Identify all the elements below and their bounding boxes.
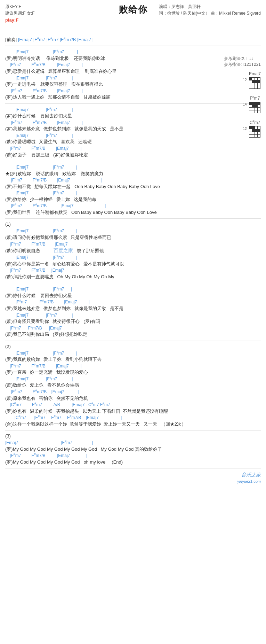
chord-line: |Emaj7 |F#m7 | bbox=[5, 107, 261, 113]
lyric-line: (罗)我越来越介意 做梦也梦到妳 就像是我的天敌 是不是 bbox=[5, 305, 261, 312]
chord-line: |F#m7 F#m7/B |Emaj7 | bbox=[5, 325, 261, 331]
section-2: |Emaj7 |F#m7 | (罗)妳什么时候 要回去妳们火星 |F#m7 F#… bbox=[5, 107, 261, 158]
lyric-line: ★(罗)败给妳 说话的眼睛 败给妳 微笑的魔力 bbox=[5, 170, 261, 177]
lyric-line: (罗)妳什么时候 要回去妳们火星 bbox=[5, 292, 261, 299]
prelude-label: [前奏] bbox=[5, 37, 17, 42]
chord-line: |Emaj7 |F#m7 | bbox=[5, 228, 261, 234]
lyric-line: (罗)My God My God My God My God oh my lov… bbox=[5, 459, 261, 466]
chord-line: |Emaj7 |F#m7 | bbox=[5, 312, 261, 318]
chord-line: |F#m7 F#m7/B |Emaj7 | bbox=[5, 267, 261, 273]
lyric-line: (萧)你爱嗯嗯啦 又爱生气 喜欢我 还嘴硬 bbox=[5, 138, 261, 145]
chord-cshm7-diagram: C#m7 12 bbox=[249, 119, 261, 139]
chord-line: |F#m7 F#m7/B |Emaj7 | bbox=[5, 88, 261, 94]
chord-line: |F#m7 F#m7/B |Emaj7 | bbox=[5, 299, 261, 305]
lyric-line: (罗)败给妳 少一根神经 爱上妳 这是我的命 bbox=[5, 196, 261, 203]
chord-line: |C#m7 F#m7 A/B |Emaj7 - C#m7 F#m7 bbox=[5, 402, 261, 408]
lyric-line: (罗)达人我一遇上妳 却那么情不自禁 甘愿被妳蹂躏 bbox=[5, 94, 261, 101]
chord-emaj7-diagram: Emaj7 12 bbox=[249, 71, 261, 90]
chord-line: |Emaj7 |F#m7 | bbox=[5, 350, 261, 356]
chord-line: |Emaj7 |F#m7 | bbox=[5, 132, 261, 139]
chord-line: |Emaj7 |F#m7 | bbox=[5, 286, 261, 292]
lyric-line: (萧)好面子 要加三级 (罗)好像被妳吃定 bbox=[5, 152, 261, 158]
suggested-key: 建议男调:F 女:F bbox=[5, 10, 35, 17]
lyrics-credit: 词：徐世珍 / 陈天佑(中文） 曲：Mikkel Remee Sigvard bbox=[159, 10, 261, 17]
lyric-line: (萧)请问你何必把我抓得那么紧 只是穿得性感些而已 bbox=[5, 234, 261, 241]
lyric-line: (罗)我越来越介意 做梦也梦到妳 就像是我的天敌 是不是 bbox=[5, 125, 261, 132]
lyric-line: (罗)我们世界 连斗嘴都有默契 Ooh Baby Baby Ooh Baby B… bbox=[5, 209, 261, 216]
lyric-line: (罗)妳什么时候 要回去妳们火星 bbox=[5, 112, 261, 119]
lyric-line: (罗)我真的败给妳 爱上了妳 看到小狗就蹲下去 bbox=[5, 356, 261, 363]
lyric-line: (罗)不知不觉 想每天跟妳在一起 Ooh Baby Baby Ooh Baby … bbox=[5, 183, 261, 190]
section-2c: |Emaj7 |F#m7 | (罗)我真的败给妳 爱上了妳 看到小狗就蹲下去 |… bbox=[5, 350, 261, 428]
chord-line: |F#m7 F#m7/B |Emaj7 | bbox=[5, 177, 261, 183]
prelude-line: [前奏] |Emaj7 |F#m7 |F#m7 |F#m7/B |Emaj7 | bbox=[5, 37, 261, 43]
chord-line: |F#m7 F#m7/B |Emaj7 | bbox=[5, 203, 261, 209]
lyric-line: (罗)恋爱是什么逻辑 算算星座和命理 到底谁在妳心里 bbox=[5, 68, 261, 75]
page-header: 原KEY:F 建议男调:F 女:F play:F 败给你 演唱：罗志祥、萧亚轩 … bbox=[5, 3, 261, 16]
chord-line: |Emaj7 |F#m7 | bbox=[5, 376, 261, 382]
lyric-line: (萧)败给你 爱上你 看不见你会生病 bbox=[5, 382, 261, 389]
strumming-ref: 参考刷法:X ↑ ↓↓ bbox=[224, 56, 261, 62]
watermark: 百度之家 bbox=[54, 248, 73, 253]
lyric-line: (罗)My God My God My God My God My God My… bbox=[5, 446, 261, 453]
chord-line: |F#m7 F#m7/B |Emaj7 | bbox=[5, 363, 261, 369]
chord-line: |F#m7 F#m7/B |Emaj7 | bbox=[5, 62, 261, 68]
chord-line: |Emaj7 |F#m7 | bbox=[5, 164, 261, 170]
lyric-line: (萧)但奇怪只要看到你 就变得很开心 (罗)有吗 bbox=[5, 318, 261, 325]
play-key: play:F bbox=[5, 17, 35, 24]
lyric-line: (萧)拜託你别一直耍嘴皮 Oh My Oh My Oh My Oh My bbox=[5, 273, 261, 280]
section-label-1: (1) bbox=[5, 222, 261, 227]
lyric-line: (萧)你明明很自恋 百度之家 饶了那后照镜 bbox=[5, 247, 261, 254]
footer-url: yinyue21.com bbox=[237, 479, 261, 483]
chord-line: |F#m7 F#m7/B |Emaj7 bbox=[5, 241, 261, 247]
section-1: |Emaj7 |F#m7 | (罗)明明讲冷笑话 像冻到北极 还要我陪你吃冰 |… bbox=[5, 49, 261, 100]
reference-section: 参考刷法:X ↑ ↓↓ 参考指法:T121T221 bbox=[224, 56, 261, 68]
lyric-line: (合)这样一个我乘以这样一个妳 竟然等于我爱妳 爱上妳一天又一天 又一天 （回★… bbox=[5, 421, 261, 428]
lyric-line: (萧)原来我也有 害怕你 突然不见的危机 bbox=[5, 395, 261, 402]
chord-line: |F#m7 F#m7/B |Emaj7 | bbox=[5, 452, 261, 459]
section-label-2: (2) bbox=[5, 344, 261, 349]
section-2b: |Emaj7 |F#m7 | (罗)妳什么时候 要回去妳们火星 |F#m7 F#… bbox=[5, 286, 261, 337]
lyric-line: (萧)我已不能判你出局 (罗)好想把妳吃定 bbox=[5, 331, 261, 338]
chord-line: |F#m7 F#m7/B |Emaj7 | bbox=[5, 119, 261, 126]
performers: 演唱：罗志祥、萧亚轩 bbox=[159, 3, 261, 10]
chord-line: |Emaj7 |F#m7 | bbox=[5, 254, 261, 261]
chord-line: |Emaj7 |F#m7 | bbox=[5, 190, 261, 196]
section-chorus: |Emaj7 |F#m7 | ★(罗)败给妳 说话的眼睛 败给妳 微笑的魔力 |… bbox=[5, 164, 261, 216]
lyric-line: (罗)一直亲 妳一定充满 我没发现的爱心 bbox=[5, 369, 261, 376]
chord-fshm7-diagram: F#m7 14 bbox=[249, 95, 261, 114]
chord-line: |F#m7 F#m7/B |Emaj7 | bbox=[5, 145, 261, 152]
lyric-line: (罗)明明讲冷笑话 像冻到北极 还要我陪你吃冰 bbox=[5, 55, 261, 62]
section-label-3: (3) bbox=[5, 433, 261, 439]
meta-right: 演唱：罗志祥、萧亚轩 词：徐世珍 / 陈天佑(中文） 曲：Mikkel Reme… bbox=[159, 3, 261, 17]
section-1b: |Emaj7 |F#m7 | (萧)请问你何必把我抓得那么紧 只是穿得性感些而已… bbox=[5, 228, 261, 280]
meta-left: 原KEY:F 建议男调:F 女:F play:F bbox=[5, 3, 35, 24]
footer-logo: 音乐之家 yinyue21.com bbox=[5, 472, 261, 484]
footer-text: 音乐之家 bbox=[241, 472, 261, 478]
lyric-line: (罗)妳也有 温柔的时候 害我抬起头 以为天上 下着红雨 不然就是我还没有睡醒 bbox=[5, 408, 261, 415]
lyric-line: (罗)一走进电梯 就要仪容整理 实在跟我有得比 bbox=[5, 81, 261, 88]
chord-line: |Emaj7 |F#m7 | bbox=[5, 440, 261, 446]
chord-diagrams: Emaj7 12 bbox=[249, 71, 261, 144]
section-3: |Emaj7 |F#m7 | (罗)My God My God My God M… bbox=[5, 440, 261, 465]
lyric-line: (萧)我心中你是第一名 耐心还有爱心 爱不是有帅气就可以 bbox=[5, 261, 261, 267]
fingering-ref: 参考指法:T121T221 bbox=[224, 62, 261, 68]
chord-line: |Emaj7 |F#m7 | bbox=[5, 49, 261, 55]
original-key: 原KEY:F bbox=[5, 3, 35, 10]
prelude-chords: |Emaj7 |F#m7 |F#m7 |F#m7/B |Emaj7 | bbox=[18, 37, 94, 42]
chord-line: |C#m7 |F#m7 F#m7 F#m7/B |Emaj7 | bbox=[5, 414, 261, 421]
chord-line: |Emaj7 |F#m7 | bbox=[5, 75, 261, 81]
chord-line: |F#m7 F#m7/B |Emaj7 | bbox=[5, 389, 261, 395]
